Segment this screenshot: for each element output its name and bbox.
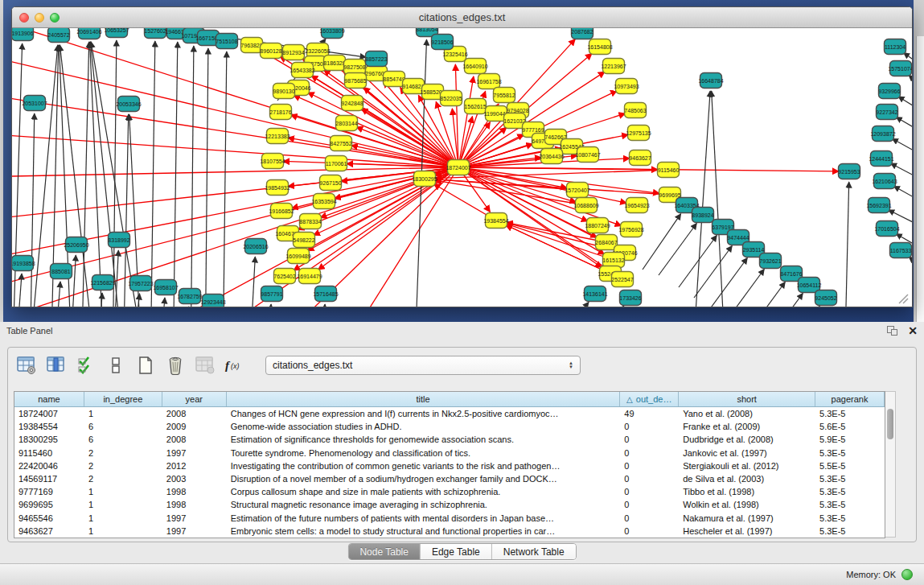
network-node[interactable]: 9875685 [344, 73, 366, 89]
network-node[interactable]: 8857223 [365, 51, 387, 67]
network-node[interactable]: 18807249 [585, 218, 610, 233]
delete-table-icon[interactable] [165, 355, 186, 376]
network-node[interactable]: 10688609 [573, 198, 598, 213]
select-columns-icon[interactable] [76, 355, 97, 376]
float-window-icon[interactable] [887, 326, 898, 336]
network-node[interactable]: 2718176 [269, 105, 291, 120]
network-node[interactable]: 8522035 [440, 91, 462, 106]
network-node[interactable]: 19166852 [269, 204, 294, 219]
window-resize-grip[interactable] [896, 291, 909, 304]
new-table-icon[interactable] [135, 355, 156, 376]
network-node[interactable]: 7932621 [759, 253, 781, 269]
network-node[interactable]: 10807467 [575, 147, 600, 163]
network-node[interactable]: 885081 [51, 264, 72, 279]
network-node[interactable]: 19384554 [483, 213, 508, 229]
network-node[interactable]: 16033809 [319, 28, 344, 39]
import-table-icon[interactable] [195, 355, 216, 376]
network-edge[interactable] [249, 257, 255, 307]
network-node[interactable]: 8186328 [323, 56, 345, 71]
network-node[interactable]: 8912934 [282, 45, 304, 60]
column-header-title[interactable]: title [227, 392, 621, 406]
network-node[interactable]: 10653257 [104, 28, 129, 38]
table-row[interactable]: 1456911722003Disruption of a novel membe… [14, 472, 885, 485]
network-node[interactable]: 1170061 [326, 156, 347, 171]
network-node[interactable]: 18107554 [260, 154, 285, 169]
network-edge[interactable] [12, 52, 458, 167]
network-node[interactable]: 17016504 [874, 221, 899, 237]
network-node[interactable]: 9857791 [261, 286, 282, 302]
network-node[interactable]: 12213967 [601, 59, 626, 74]
network-node[interactable]: 8318992 [108, 233, 129, 248]
network-node[interactable]: 8878334 [299, 214, 321, 229]
table-settings-icon[interactable] [16, 355, 37, 376]
network-edge[interactable] [191, 46, 194, 307]
network-edge[interactable] [268, 304, 271, 307]
network-node[interactable]: 12213383 [265, 129, 290, 144]
network-node[interactable]: 7625402 [273, 269, 295, 284]
network-edge[interactable] [712, 91, 726, 307]
network-node[interactable]: 12923448 [200, 295, 225, 308]
network-node[interactable]: 8960128 [260, 43, 281, 59]
close-window-button[interactable] [19, 13, 29, 23]
network-edge[interactable] [30, 113, 35, 307]
network-edge[interactable] [659, 223, 696, 275]
network-edge[interactable] [322, 304, 325, 307]
network-node[interactable]: 16210643 [872, 174, 897, 189]
table-selector-dropdown[interactable]: citations_edges.txt▲▼ [265, 356, 581, 375]
column-header-year[interactable]: year [162, 392, 227, 406]
row-height-icon[interactable] [105, 355, 126, 376]
network-node[interactable]: 1733426 [619, 290, 641, 306]
network-edge[interactable] [223, 51, 227, 307]
network-edge[interactable] [533, 302, 589, 307]
network-node[interactable]: 10973493 [614, 79, 639, 94]
network-edge[interactable] [185, 307, 189, 307]
network-node[interactable]: 16914479 [297, 269, 322, 284]
network-node[interactable]: 9215953 [838, 164, 860, 179]
network-node[interactable]: 20053346 [116, 97, 141, 112]
network-node[interactable]: 12093872 [870, 126, 895, 142]
column-header-short[interactable]: short [679, 392, 815, 406]
network-node[interactable]: 20691406 [76, 28, 101, 39]
network-node[interactable]: 19193858 [12, 256, 35, 271]
tab-node-table[interactable]: Node Table [348, 544, 421, 559]
network-edge[interactable] [909, 75, 912, 99]
network-edge[interactable] [896, 117, 912, 141]
network-node[interactable]: 15751074 [888, 61, 912, 76]
memory-status-indicator[interactable] [901, 569, 913, 580]
network-edge[interactable] [18, 274, 22, 307]
window-titlebar[interactable]: citations_edges.txt [12, 7, 912, 28]
network-node[interactable]: 20364436 [539, 149, 564, 164]
network-node[interactable]: 16648784 [698, 73, 723, 89]
network-node[interactable]: 7955812 [493, 88, 515, 103]
network-node[interactable]: 12975135 [626, 126, 651, 141]
network-node[interactable]: 1562615 [464, 99, 486, 114]
table-row[interactable]: 946554611997Estimation of the future num… [14, 512, 885, 525]
zoom-window-button[interactable] [50, 13, 60, 23]
network-edge[interactable] [12, 28, 458, 167]
network-edge[interactable] [909, 257, 912, 279]
network-node[interactable]: 16353594 [311, 194, 336, 209]
network-node[interactable]: 7515108 [216, 34, 237, 49]
network-node[interactable]: 14136141 [582, 286, 607, 302]
network-node[interactable]: 16543382 [290, 63, 314, 78]
network-node[interactable]: 16099489 [285, 249, 310, 264]
table-row[interactable]: 977716911998Corpus callosum shape and si… [14, 485, 885, 498]
network-node[interactable]: 1913906 [12, 28, 34, 41]
network-node[interactable]: 9267150 [319, 175, 341, 191]
network-edge[interactable] [569, 306, 624, 307]
network-edge[interactable] [435, 179, 670, 195]
network-node[interactable]: 12444151 [869, 151, 893, 167]
network-node[interactable]: 2087682 [571, 28, 593, 39]
network-node[interactable]: 19654923 [624, 198, 649, 213]
table-row[interactable]: 911546021997Tourette syndrome. Phenomeno… [14, 447, 885, 459]
network-node[interactable]: 1527602 [144, 28, 166, 39]
network-canvas[interactable]: 1872400779638228960128891293423226058982… [12, 28, 912, 307]
network-node[interactable]: 25206950 [64, 237, 88, 253]
column-header-in_degree[interactable]: in_degree [84, 392, 162, 406]
table-row[interactable]: 946362711997Embryonic stem cells: a mode… [14, 525, 885, 538]
node-table[interactable]: namein_degreeyeartitle△out_de…shortpager… [14, 391, 885, 538]
tab-network-table[interactable]: Network Table [492, 544, 576, 559]
network-node[interactable]: 9329966 [878, 84, 900, 99]
network-node[interactable]: 1112304 [885, 39, 906, 55]
network-node[interactable]: 5498222 [293, 233, 314, 248]
